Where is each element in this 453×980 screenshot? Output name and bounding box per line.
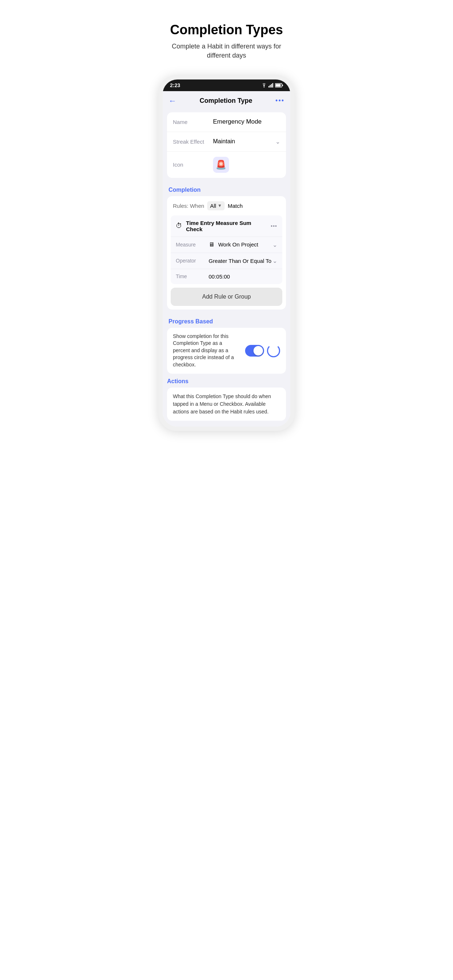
name-row: Name Emergency Mode — [167, 112, 286, 132]
battery-icon — [275, 83, 283, 88]
actions-text-card: What this Completion Type should do when… — [167, 388, 286, 421]
svg-rect-7 — [282, 84, 283, 86]
time-value-container: 00:05:00 — [209, 274, 277, 280]
icon-emoji[interactable]: 🚨 — [213, 157, 229, 173]
progress-content: Show completion for this Completion Type… — [173, 333, 280, 369]
page-subtitle: Complete a Habit in different ways for d… — [162, 42, 291, 60]
icon-label: Icon — [173, 162, 213, 168]
app-content: ← Completion Type ••• Name Emergency Mod… — [163, 91, 290, 426]
more-button[interactable]: ••• — [275, 97, 284, 105]
measure-value: 🖥 Work On Project — [209, 241, 258, 248]
operator-value-container: Greater Than Or Equal To ⌄ — [209, 258, 277, 264]
rule-title-row: ⏱ Time Entry Measure Sum Check ••• — [171, 215, 282, 237]
measure-value-container: 🖥 Work On Project ⌄ — [209, 241, 277, 248]
progress-section-header: Progress Based — [163, 312, 290, 328]
add-rule-button[interactable]: Add Rule or Group — [171, 288, 282, 306]
rule-block: ⏱ Time Entry Measure Sum Check ••• Measu… — [171, 215, 282, 284]
measure-text: Work On Project — [218, 241, 258, 248]
rules-header: Rules: When All ▼ Match — [167, 196, 286, 215]
completion-section-header: Completion — [163, 181, 290, 196]
streak-chevron-icon: ⌄ — [275, 138, 280, 145]
page-header: Completion Types Complete a Habit in dif… — [151, 7, 302, 72]
measure-icon: 🖥 — [209, 241, 214, 248]
wifi-icon — [261, 83, 267, 88]
streak-row[interactable]: Streak Effect Maintain ⌄ — [167, 132, 286, 152]
rules-card: Rules: When All ▼ Match ⏱ Time Entry Mea… — [167, 196, 286, 310]
status-time: 2:23 — [170, 83, 180, 88]
signal-icon — [268, 83, 274, 88]
phone-screen: 2:23 — [163, 80, 290, 426]
streak-value: Maintain — [213, 138, 235, 145]
svg-rect-4 — [273, 83, 274, 88]
rules-prefix: Rules: When — [173, 203, 204, 209]
actions-section: Actions What this Completion Type should… — [163, 377, 290, 426]
time-row[interactable]: Time 00:05:00 — [171, 269, 282, 284]
svg-rect-1 — [268, 86, 270, 88]
back-button[interactable]: ← — [169, 96, 177, 106]
form-card: Name Emergency Mode Streak Effect Mainta… — [167, 112, 286, 178]
operator-chevron-icon: ⌄ — [273, 258, 277, 264]
progress-section: Show completion for this Completion Type… — [167, 328, 286, 374]
actions-section-header: Actions — [167, 378, 286, 385]
rule-title: Time Entry Measure Sum Check — [186, 220, 267, 232]
rule-more-button[interactable]: ••• — [271, 223, 277, 229]
measure-row[interactable]: Measure 🖥 Work On Project ⌄ — [171, 237, 282, 253]
svg-rect-2 — [270, 85, 271, 88]
icon-row: Icon 🚨 — [167, 152, 286, 178]
nav-title: Completion Type — [199, 97, 252, 105]
rules-when-badge[interactable]: All ▼ — [207, 201, 225, 210]
name-value[interactable]: Emergency Mode — [213, 118, 280, 126]
progress-toggle[interactable] — [245, 345, 264, 356]
progress-description: Show completion for this Completion Type… — [173, 333, 239, 369]
measure-label: Measure — [176, 242, 209, 248]
progress-circle-icon — [267, 344, 280, 357]
rules-when-chevron-icon: ▼ — [218, 203, 222, 208]
page-title: Completion Types — [162, 22, 291, 38]
rules-match: Match — [228, 203, 242, 209]
progress-controls — [245, 344, 280, 357]
streak-value-container: Maintain ⌄ — [213, 138, 280, 145]
rules-when-value: All — [210, 203, 216, 209]
clock-icon: ⏱ — [176, 222, 182, 230]
status-icons — [261, 83, 283, 88]
svg-rect-3 — [271, 84, 272, 88]
actions-description: What this Completion Type should do when… — [173, 393, 280, 415]
name-label: Name — [173, 119, 213, 125]
phone-mockup: 2:23 — [158, 75, 295, 431]
nav-bar: ← Completion Type ••• — [163, 91, 290, 110]
operator-label: Operator — [176, 258, 209, 264]
toggle-knob — [254, 346, 263, 355]
svg-point-0 — [264, 86, 265, 87]
operator-value: Greater Than Or Equal To — [209, 258, 271, 264]
status-bar: 2:23 — [163, 80, 290, 91]
operator-row[interactable]: Operator Greater Than Or Equal To ⌄ — [171, 253, 282, 269]
time-value: 00:05:00 — [209, 274, 230, 280]
page-wrapper: Completion Types Complete a Habit in dif… — [151, 7, 302, 434]
svg-rect-6 — [276, 84, 281, 86]
measure-chevron-icon: ⌄ — [273, 241, 277, 248]
streak-label: Streak Effect — [173, 138, 213, 145]
time-label: Time — [176, 274, 209, 279]
